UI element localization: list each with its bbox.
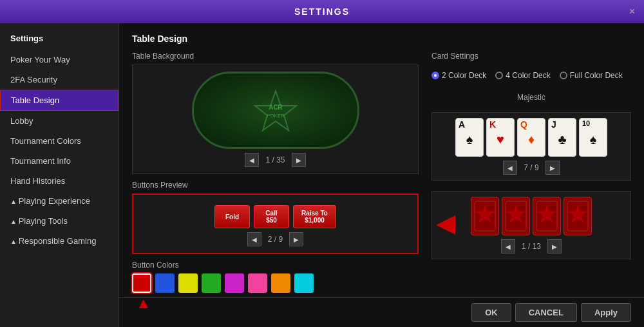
card-back-1 [502,197,530,235]
2-color-radio[interactable] [431,72,439,79]
color-swatches: ▲ [132,273,419,293]
4-color-deck-option[interactable]: 4 Color Deck [495,71,550,80]
svg-text:POKER: POKER [266,113,284,119]
color-swatch-6[interactable] [271,273,290,293]
card-back-0 [471,197,499,235]
cancel-button[interactable]: CANCEL [515,303,577,322]
card-back-3 [564,197,592,235]
sidebar-section-responsible-gaming[interactable]: Responsible Gaming [0,231,118,251]
title-bar: SETTINGS × [0,0,644,23]
card-back-svg [473,200,497,232]
color-swatch-4[interactable] [225,273,244,293]
bottom-bar: OK CANCEL Apply [119,297,644,327]
card-back-prev-btn[interactable]: ◀ [501,239,515,253]
table-bg-prev-btn[interactable]: ◀ [245,153,259,167]
close-icon[interactable]: × [629,6,635,17]
full-color-radio[interactable] [560,72,567,79]
card-face-nav-text: 7 / 9 [524,163,538,172]
raise-button[interactable]: Raise To$1,000 [293,205,336,228]
4-color-label: 4 Color Deck [506,71,550,80]
button-colors-label: Button Colors [132,261,419,270]
card-face-prev-btn[interactable]: ◀ [503,161,517,175]
card-back-2 [533,197,561,235]
color-swatch-1[interactable] [155,273,175,293]
color-swatch-3[interactable] [202,273,221,293]
card-king-hearts: K ♥ [486,118,515,157]
buttons-prev-btn[interactable]: ◀ [247,232,261,246]
card-back-nav: ◀ 1 / 13 ▶ [437,239,625,253]
sidebar-item-hand-histories[interactable]: Hand Histories [0,171,118,191]
table-bg-preview: ACR POKER [192,72,359,149]
card-back-svg-3 [566,200,589,232]
sidebar-section-playing-experience[interactable]: Playing Experience [0,191,118,211]
svg-text:ACR: ACR [269,104,283,111]
sidebar-item-lobby[interactable]: Lobby [0,111,118,131]
card-back-svg-2 [535,200,558,232]
2-color-label: 2 Color Deck [442,71,486,80]
4-color-radio[interactable] [495,72,503,79]
card-queen-diamonds: Q ♦ [517,118,545,157]
ok-button[interactable]: OK [471,303,511,322]
content-body: Table Background ACR POKER [132,52,631,297]
card-back-next-btn[interactable]: ▶ [547,239,562,253]
button-colors-section: Button Colors ▲ [132,261,419,293]
2-color-deck-option[interactable]: 2 Color Deck [431,71,486,80]
sidebar-item-2fa-security[interactable]: 2FA Security [0,70,118,90]
content-title: Table Design [132,34,631,44]
main-layout: Settings Poker Your Way 2FA Security Tab… [0,23,644,327]
left-panel: Table Background ACR POKER [132,52,419,293]
card-back-nav-text: 1 / 13 [522,242,541,251]
acr-logo-svg: ACR POKER [250,88,301,133]
table-bg-label: Table Background [132,52,419,61]
full-color-deck-option[interactable]: Full Color Deck [560,71,623,80]
sidebar-item-table-design[interactable]: Table Design [0,90,118,111]
table-bg-nav: ◀ 1 / 35 ▶ [139,153,412,167]
card-ten-spades: 10 ♠ [579,118,607,157]
fold-button[interactable]: Fold [214,205,250,228]
window-title: SETTINGS [294,6,350,17]
buttons-preview-section: Buttons Preview Fold Call$50 Raise To$1,… [132,181,419,254]
sidebar-item-tournament-info[interactable]: Tournament Info [0,151,118,171]
card-backs-row [437,197,625,235]
right-panel: Card Settings 2 Color Deck 4 Color Deck [431,52,631,297]
table-bg-nav-text: 1 / 35 [265,155,285,164]
sidebar-section-playing-tools[interactable]: Playing Tools [0,211,118,231]
color-swatch-7[interactable] [294,273,314,293]
card-jack-clubs: J ♣ [548,118,576,157]
card-ace-spades: A ♠ [455,118,484,157]
full-color-label: Full Color Deck [570,71,623,80]
card-back-svg-1 [504,200,527,232]
poker-buttons: Fold Call$50 Raise To$1,000 [140,205,411,228]
table-bg-next-btn[interactable]: ▶ [292,153,306,167]
card-settings-label: Card Settings [431,52,631,61]
color-swatch-2[interactable] [178,273,198,293]
apply-button[interactable]: Apply [581,303,631,322]
color-swatch-0[interactable] [132,273,151,293]
buttons-next-btn[interactable]: ▶ [289,232,303,246]
up-arrow-icon: ▲ [136,294,151,312]
buttons-nav: ◀ 2 / 9 ▶ [140,232,411,246]
sidebar: Settings Poker Your Way 2FA Security Tab… [0,23,119,327]
call-button[interactable]: Call$50 [254,205,289,228]
buttons-preview-label: Buttons Preview [132,181,419,190]
buttons-nav-text: 2 / 9 [268,235,283,244]
card-face-nav: ◀ 7 / 9 ▶ [437,161,625,175]
sidebar-item-tournament-colors[interactable]: Tournament Colors [0,131,118,151]
cards-row: A ♠ K ♥ Q ♦ J [437,118,625,157]
sidebar-title: Settings [0,30,118,50]
color-swatch-5[interactable] [248,273,267,293]
sidebar-item-poker-your-way[interactable]: Poker Your Way [0,50,118,70]
deck-name: Majestic [431,93,631,102]
card-face-next-btn[interactable]: ▶ [545,161,560,175]
deck-options: 2 Color Deck 4 Color Deck Full Color Dec… [431,71,631,80]
table-background-section: Table Background ACR POKER [132,52,419,174]
